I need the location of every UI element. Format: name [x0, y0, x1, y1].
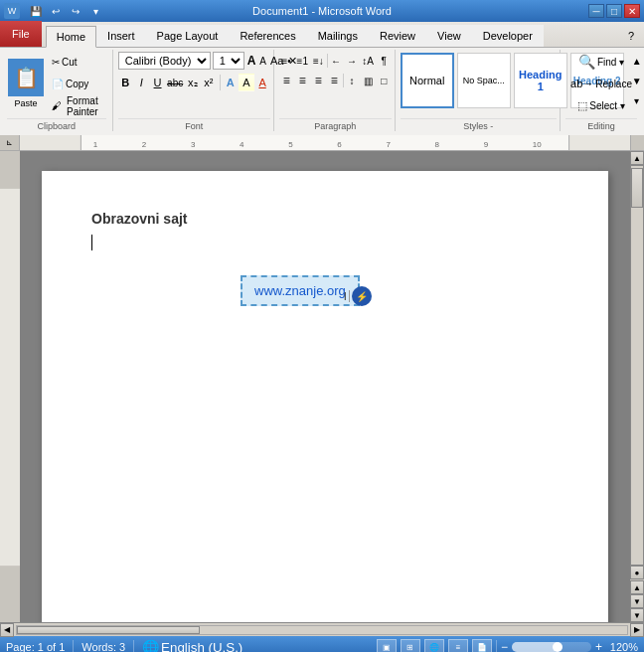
replace-button[interactable]: ab→ Replace [565, 74, 637, 93]
outline-button[interactable]: ≡ [448, 639, 468, 652]
paragraph-controls: ≡• ≡1 ≡↓ ← → ↕A ¶ ≡ ≡ ≡ ≡ ↕ ▥ □ [279, 52, 392, 116]
strikethrough-button[interactable]: abc [166, 74, 184, 91]
tab-mailings[interactable]: Mailings [307, 25, 369, 47]
superscript-button[interactable]: x² [201, 74, 216, 91]
show-marks-button[interactable]: ¶ [377, 52, 392, 70]
select-browse-object-button[interactable]: ● [630, 566, 644, 579]
paste-button[interactable]: 📋 Paste [7, 54, 45, 115]
align-center-button[interactable]: ≡ [295, 72, 310, 89]
sep2 [343, 74, 344, 87]
language-button[interactable]: 🌐 English (U.S.) [142, 639, 242, 652]
redo-button[interactable]: ↪ [67, 3, 84, 19]
draft-button[interactable]: 📄 [472, 639, 492, 652]
numbering-button[interactable]: ≡1 [295, 52, 310, 70]
style-h1-label: Heading 1 [517, 69, 564, 92]
underline-button[interactable]: U [150, 74, 165, 91]
grow-font-button[interactable]: A [246, 52, 257, 70]
close-button[interactable]: ✕ [624, 4, 640, 18]
select-button[interactable]: ⬚ Select ▾ [572, 95, 630, 115]
document-page: Obrazovni sajt www.znanje.org I ⚡ [42, 171, 608, 622]
borders-button[interactable]: □ [377, 72, 392, 89]
hyperlink-box[interactable]: www.znanje.org I ⚡ [241, 275, 360, 306]
customize-qat-button[interactable]: ▾ [86, 3, 104, 19]
zoom-bar[interactable] [512, 642, 591, 652]
help-button[interactable]: ? [618, 25, 644, 47]
ribbon-tabs: File Home Insert Page Layout References … [0, 22, 644, 48]
font-format-row: B I U abc x₂ x² A A A [118, 74, 270, 91]
multilevel-button[interactable]: ≡↓ [311, 52, 326, 70]
maximize-button[interactable]: □ [606, 4, 622, 18]
save-button[interactable]: 💾 [27, 3, 45, 19]
shading-button[interactable]: ▥ [361, 72, 376, 89]
tab-page-layout[interactable]: Page Layout [146, 25, 230, 47]
line-spacing-button[interactable]: ↕ [345, 72, 360, 89]
svg-text:4: 4 [240, 140, 244, 149]
svg-text:10: 10 [533, 140, 542, 149]
ruler-corner[interactable]: ⊾ [0, 135, 20, 151]
lightning-icon: ⚡ [352, 286, 372, 306]
scroll-down-button[interactable]: ▼ [630, 608, 644, 622]
scroll-track[interactable] [630, 165, 644, 566]
svg-rect-1 [80, 135, 568, 151]
align-left-button[interactable]: ≡ [279, 72, 294, 89]
web-layout-button[interactable]: 🌐 [424, 639, 444, 652]
italic-button[interactable]: I [134, 74, 149, 91]
style-heading1[interactable]: Heading 1 [514, 53, 567, 108]
subscript-button[interactable]: x₂ [185, 74, 200, 91]
style-no-spacing[interactable]: No Spac... [457, 53, 511, 108]
font-size-select[interactable]: 11 [213, 52, 244, 70]
align-right-button[interactable]: ≡ [311, 72, 326, 89]
increase-indent-button[interactable]: → [345, 52, 360, 70]
print-layout-button[interactable]: ▣ [377, 639, 397, 652]
tab-file[interactable]: File [0, 21, 42, 47]
clipboard-label: Clipboard [7, 118, 106, 131]
status-right: ▣ ⊞ 🌐 ≡ 📄 − + 120% [377, 639, 638, 652]
shrink-font-button[interactable]: A [258, 52, 267, 70]
sep [73, 640, 74, 652]
decrease-indent-button[interactable]: ← [329, 52, 344, 70]
style-normal[interactable]: Normal [401, 53, 454, 108]
tab-insert[interactable]: Insert [96, 25, 146, 47]
text-effects-button[interactable]: A [223, 74, 238, 91]
scroll-left-button[interactable]: ◀ [0, 623, 14, 637]
styles-group: Normal No Spac... Heading 1 Heading 2 ▲ … [398, 50, 561, 131]
undo-button[interactable]: ↩ [47, 3, 65, 19]
font-label: Font [118, 118, 270, 131]
font-name-select[interactable]: Calibri (Body) [118, 52, 211, 70]
sort-button[interactable]: ↕A [361, 52, 376, 70]
scroll-area[interactable]: Obrazovni sajt www.znanje.org I ⚡ [20, 151, 630, 622]
title-bar: W 💾 ↩ ↪ ▾ Document1 - Microsoft Word ─ □… [0, 0, 644, 22]
editing-label: Editing [565, 118, 637, 131]
cut-button[interactable]: ✂ Cut [47, 53, 106, 73]
tab-references[interactable]: References [229, 25, 306, 47]
main-area: Obrazovni sajt www.znanje.org I ⚡ ▲ ● ▲ … [0, 151, 644, 622]
full-screen-button[interactable]: ⊞ [401, 639, 420, 652]
tab-developer[interactable]: Developer [472, 25, 544, 47]
vertical-scrollbar: ▲ ● ▲ ▼ ▼ [630, 151, 644, 622]
scroll-next-page-button[interactable]: ▼ [630, 594, 644, 608]
replace-label: Replace [595, 79, 632, 89]
zoom-in-button[interactable]: + [595, 640, 602, 652]
minimize-button[interactable]: ─ [588, 4, 604, 18]
font-color-button[interactable]: A [255, 74, 270, 91]
justify-button[interactable]: ≡ [327, 72, 342, 89]
copy-button[interactable]: 📄 Copy [47, 75, 106, 94]
scroll-up-button[interactable]: ▲ [630, 151, 644, 165]
styles-label: Styles - [401, 118, 557, 131]
tab-review[interactable]: Review [369, 25, 426, 47]
h-scroll-track[interactable] [16, 625, 628, 635]
tab-view[interactable]: View [426, 25, 472, 47]
bullets-button[interactable]: ≡• [279, 52, 294, 70]
highlight-button[interactable]: A [239, 74, 253, 91]
styles-content: Normal No Spac... Heading 1 Heading 2 ▲ … [401, 52, 557, 116]
scroll-prev-page-button[interactable]: ▲ [630, 580, 644, 594]
tab-home[interactable]: Home [46, 26, 96, 48]
find-button[interactable]: 🔍 Find ▾ [573, 52, 629, 72]
svg-rect-15 [0, 189, 20, 566]
scroll-right-button[interactable]: ▶ [630, 623, 644, 637]
format-painter-button[interactable]: 🖌 Format Painter [47, 96, 106, 116]
title-bar-left: W 💾 ↩ ↪ ▾ [4, 3, 104, 19]
zoom-out-button[interactable]: − [501, 640, 508, 652]
document-heading[interactable]: Obrazovni sajt [91, 211, 559, 227]
bold-button[interactable]: B [118, 74, 133, 91]
